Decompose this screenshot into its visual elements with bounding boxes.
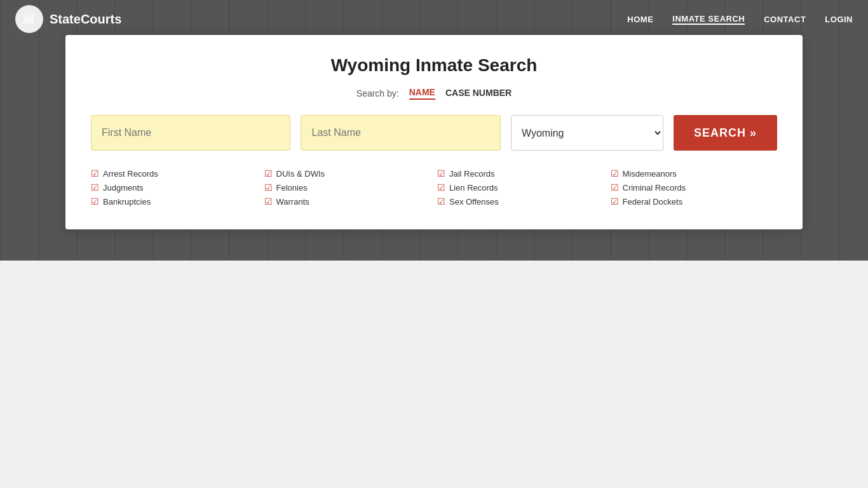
check-federal-dockets: ☑ Federal Dockets [611,196,778,207]
nav-home[interactable]: HOME [627,15,653,24]
check-icon: ☑ [91,196,99,207]
check-lien-records: ☑ Lien Records [437,182,604,193]
logo-text: StateCourts [50,12,121,27]
logo[interactable]: 🏛 StateCourts [15,5,121,33]
check-icon: ☑ [437,182,445,193]
check-label: Felonies [276,183,308,193]
check-label: Judgments [103,183,144,193]
check-label: Arrest Records [103,169,158,179]
check-icon: ☑ [264,168,273,179]
check-felonies: ☑ Felonies [264,182,431,193]
search-inputs-row: Wyoming Alabama Alaska Arizona Arkansas … [91,115,777,151]
tab-case-number[interactable]: CASE NUMBER [445,88,512,99]
check-icon: ☑ [437,196,445,207]
checklist-grid: ☑ Arrest Records ☑ DUIs & DWIs ☑ Jail Re… [91,168,777,207]
last-name-input[interactable] [301,115,500,151]
check-label: Federal Dockets [623,197,683,207]
check-icon: ☑ [437,168,445,179]
first-name-input[interactable] [91,115,290,151]
search-card: Wyoming Inmate Search Search by: NAME CA… [65,35,803,229]
logo-icon: 🏛 [15,5,43,33]
check-warrants: ☑ Warrants [264,196,431,207]
navigation: 🏛 StateCourts HOME INMATE SEARCH CONTACT… [0,0,868,38]
search-button[interactable]: SEARCH » [674,115,777,151]
check-label: DUIs & DWIs [276,169,325,179]
check-icon: ☑ [611,168,619,179]
check-bankruptcies: ☑ Bankruptcies [91,196,258,207]
check-icon: ☑ [611,196,619,207]
search-by-label: Search by: [356,88,399,98]
tab-name[interactable]: NAME [409,87,435,100]
check-icon: ☑ [91,182,99,193]
check-criminal-records: ☑ Criminal Records [611,182,778,193]
check-judgments: ☑ Judgments [91,182,258,193]
check-duis-dwis: ☑ DUIs & DWIs [264,168,431,179]
check-label: Sex Offenses [449,197,499,207]
state-select[interactable]: Wyoming Alabama Alaska Arizona Arkansas … [511,115,663,151]
check-label: Criminal Records [623,183,686,193]
check-icon: ☑ [264,196,273,207]
check-icon: ☑ [91,168,99,179]
nav-inmate-search[interactable]: INMATE SEARCH [672,14,745,25]
check-label: Misdemeanors [623,169,677,179]
nav-login[interactable]: LOGIN [825,15,853,24]
search-by-row: Search by: NAME CASE NUMBER [91,87,777,100]
check-icon: ☑ [611,182,619,193]
check-jail-records: ☑ Jail Records [437,168,604,179]
check-arrest-records: ☑ Arrest Records [91,168,258,179]
check-icon: ☑ [264,182,273,193]
nav-links: HOME INMATE SEARCH CONTACT LOGIN [627,14,853,25]
search-title: Wyoming Inmate Search [91,55,777,76]
check-sex-offenses: ☑ Sex Offenses [437,196,604,207]
check-misdemeanors: ☑ Misdemeanors [611,168,778,179]
check-label: Jail Records [449,169,495,179]
hero-section: COURTHOUSE 🏛 StateCourts HOME INMATE SEA… [0,0,868,261]
check-label: Bankruptcies [103,197,151,207]
check-label: Warrants [276,197,309,207]
nav-contact[interactable]: CONTACT [764,15,806,24]
check-label: Lien Records [449,183,498,193]
